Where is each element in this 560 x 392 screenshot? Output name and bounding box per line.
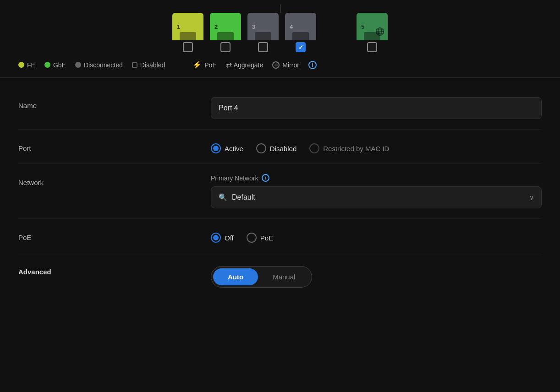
form-area: Name Port Active Disabled Restricted by … <box>0 78 560 307</box>
legend-fe: FE <box>18 61 35 69</box>
search-icon: 🔍 <box>219 193 227 201</box>
port-radio-group: Active Disabled Restricted by MAC ID <box>211 140 542 153</box>
port-4[interactable]: 4 <box>285 13 316 52</box>
legend-fe-dot <box>18 62 24 68</box>
legend-aggregate: ⇄ Aggregate <box>226 60 264 69</box>
legend-disconnected-label: Disconnected <box>84 61 123 69</box>
mirror-icon: ◎ <box>272 61 280 69</box>
port-disabled-label: Disabled <box>270 145 296 152</box>
legend-row: FE GbE Disconnected Disabled ⚡ PoE ⇄ Agg… <box>0 52 560 77</box>
globe-icon <box>375 27 385 37</box>
network-dropdown[interactable]: 🔍 Default ∨ <box>211 186 542 208</box>
port-5-checkbox[interactable] <box>367 42 377 52</box>
primary-network-label: Primary Network <box>211 174 258 182</box>
legend-gbe-dot <box>44 62 50 68</box>
legend-poe-label: PoE <box>204 61 216 69</box>
name-row: Name <box>18 87 542 130</box>
advanced-label: Advanced <box>18 263 211 276</box>
aggregate-icon: ⇄ <box>226 60 231 69</box>
poe-row: PoE Off PoE <box>18 219 542 253</box>
port-4-checkbox[interactable] <box>296 42 306 52</box>
port-2[interactable]: 2 <box>210 13 241 52</box>
primary-network-label-row: Primary Network i <box>211 174 542 182</box>
poe-bolt-icon: ⚡ <box>192 60 202 69</box>
legend-fe-label: FE <box>27 61 35 69</box>
network-label: Network <box>18 174 211 186</box>
vertical-line <box>280 5 280 13</box>
legend-mirror-label: Mirror <box>282 61 299 69</box>
network-info-icon[interactable]: i <box>262 174 269 182</box>
network-control: Primary Network i 🔍 Default ∨ <box>211 174 542 208</box>
legend-disabled: Disabled <box>132 61 165 69</box>
poe-off-radio[interactable] <box>211 233 221 243</box>
port-1[interactable]: 1 <box>172 13 203 52</box>
port-icons-area: 1 2 3 4 5 <box>0 0 560 52</box>
chevron-down-icon: ∨ <box>529 194 534 201</box>
port-active-radio[interactable] <box>211 143 221 153</box>
port-2-checkbox[interactable] <box>220 42 231 52</box>
poe-control: Off PoE <box>211 229 542 243</box>
port-active-label: Active <box>225 145 243 152</box>
poe-poe-label: PoE <box>260 234 273 242</box>
auto-button[interactable]: Auto <box>213 268 258 285</box>
legend-disconnected-dot <box>75 62 81 68</box>
legend-disabled-label: Disabled <box>140 61 165 69</box>
ports-row: 1 2 3 4 5 <box>163 13 397 52</box>
port-restricted-label: Restricted by MAC ID <box>323 145 389 152</box>
port-4-icon: 4 <box>285 13 316 40</box>
poe-poe-radio[interactable] <box>247 233 257 243</box>
advanced-toggle-group: Auto Manual <box>211 266 312 288</box>
port-1-checkbox[interactable] <box>183 42 193 52</box>
name-control <box>211 97 542 119</box>
manual-button[interactable]: Manual <box>258 268 310 285</box>
poe-off-label: Off <box>225 234 234 242</box>
name-label: Name <box>18 97 211 109</box>
poe-label: PoE <box>18 229 211 241</box>
advanced-row: Advanced Auto Manual <box>18 253 542 298</box>
network-value: Default <box>232 193 255 201</box>
poe-radio-group: Off PoE <box>211 229 542 243</box>
port-disabled-radio[interactable] <box>256 143 266 153</box>
port-2-icon: 2 <box>210 13 241 40</box>
legend-disabled-dot <box>132 62 137 68</box>
port-control: Active Disabled Restricted by MAC ID <box>211 140 542 153</box>
info-icon[interactable]: i <box>308 61 317 69</box>
port-label: Port <box>18 140 211 152</box>
advanced-control: Auto Manual <box>211 263 542 288</box>
network-row: Network Primary Network i 🔍 Default ∨ <box>18 164 542 219</box>
port-5-icon: 5 <box>357 13 388 40</box>
port-3-icon: 3 <box>247 13 279 40</box>
legend-gbe-label: GbE <box>53 61 66 69</box>
poe-poe-option[interactable]: PoE <box>247 233 273 243</box>
poe-off-option[interactable]: Off <box>211 233 234 243</box>
name-input[interactable] <box>211 97 542 119</box>
legend-mirror: ◎ Mirror <box>272 61 299 69</box>
legend-gbe: GbE <box>44 61 66 69</box>
port-active-option[interactable]: Active <box>211 143 243 153</box>
port-3[interactable]: 3 <box>247 13 279 52</box>
port-row: Port Active Disabled Restricted by MAC I… <box>18 130 542 164</box>
port-1-icon: 1 <box>172 13 203 40</box>
port-disabled-option[interactable]: Disabled <box>256 143 296 153</box>
port-restricted-option[interactable]: Restricted by MAC ID <box>309 143 389 153</box>
port-3-checkbox[interactable] <box>258 42 268 52</box>
legend-aggregate-label: Aggregate <box>234 61 264 69</box>
port-restricted-radio[interactable] <box>309 143 319 153</box>
legend-poe: ⚡ PoE <box>192 60 216 69</box>
network-dropdown-left: 🔍 Default <box>219 193 255 201</box>
port-5[interactable]: 5 <box>357 13 388 52</box>
legend-disconnected: Disconnected <box>75 61 123 69</box>
